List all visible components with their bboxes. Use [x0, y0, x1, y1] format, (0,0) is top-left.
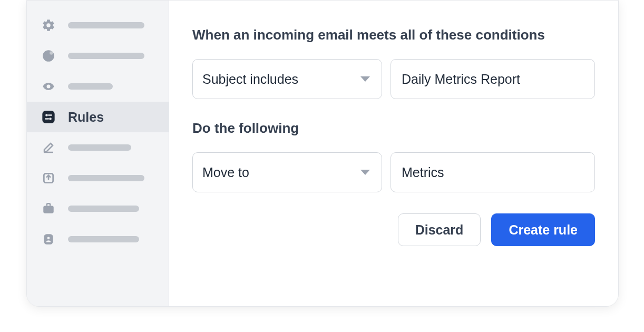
sidebar-item-label-placeholder	[68, 144, 131, 151]
create-rule-button[interactable]: Create rule	[491, 213, 595, 246]
share-icon	[41, 170, 56, 186]
sidebar-item-label: Rules	[68, 110, 104, 125]
chevron-down-icon	[360, 76, 370, 82]
contact-icon	[41, 231, 56, 247]
sidebar-item-vacation[interactable]	[27, 193, 169, 224]
briefcase-icon	[41, 201, 56, 217]
svg-rect-8	[43, 206, 54, 213]
svg-point-4	[49, 118, 52, 120]
sidebar-item-compose[interactable]	[27, 132, 169, 163]
svg-point-10	[47, 237, 50, 239]
pencil-icon	[41, 140, 56, 155]
eye-icon	[41, 79, 56, 94]
sidebar-item-forwarding[interactable]	[27, 163, 169, 193]
sidebar-item-general[interactable]	[27, 10, 169, 41]
sidebar-item-rules[interactable]: Rules	[27, 102, 169, 132]
action-type-select[interactable]: Move to	[192, 152, 382, 192]
sliders-icon	[41, 109, 56, 125]
chevron-down-icon	[360, 170, 370, 175]
sidebar: Rules	[27, 1, 169, 306]
sidebar-item-dashboard[interactable]	[27, 41, 169, 71]
sidebar-item-label-placeholder	[68, 236, 139, 242]
actions-title: Do the following	[192, 120, 595, 136]
sidebar-item-label-placeholder	[68, 53, 144, 59]
condition-row: Subject includes	[192, 59, 595, 99]
sidebar-item-contacts[interactable]	[27, 224, 169, 255]
svg-rect-1	[42, 111, 54, 123]
sidebar-item-label-placeholder	[68, 22, 144, 28]
action-row: Move to	[192, 152, 595, 192]
condition-type-label: Subject includes	[202, 72, 298, 87]
pie-chart-icon	[41, 48, 56, 64]
discard-button[interactable]: Discard	[398, 213, 481, 246]
main-content: When an incoming email meets all of thes…	[169, 1, 618, 306]
svg-point-0	[50, 51, 53, 55]
settings-card: Rules When an inco	[26, 0, 619, 307]
condition-type-select[interactable]: Subject includes	[192, 59, 382, 99]
action-value-input[interactable]	[391, 152, 595, 192]
sidebar-item-label-placeholder	[68, 175, 144, 181]
sidebar-item-label-placeholder	[68, 206, 139, 212]
condition-value-input[interactable]	[391, 59, 595, 99]
button-row: Discard Create rule	[192, 213, 595, 246]
sidebar-item-visibility[interactable]	[27, 71, 169, 102]
action-type-label: Move to	[202, 165, 249, 180]
sidebar-item-label-placeholder	[68, 83, 113, 90]
conditions-title: When an incoming email meets all of thes…	[192, 27, 595, 43]
svg-point-2	[45, 114, 48, 116]
gear-icon	[41, 17, 56, 33]
